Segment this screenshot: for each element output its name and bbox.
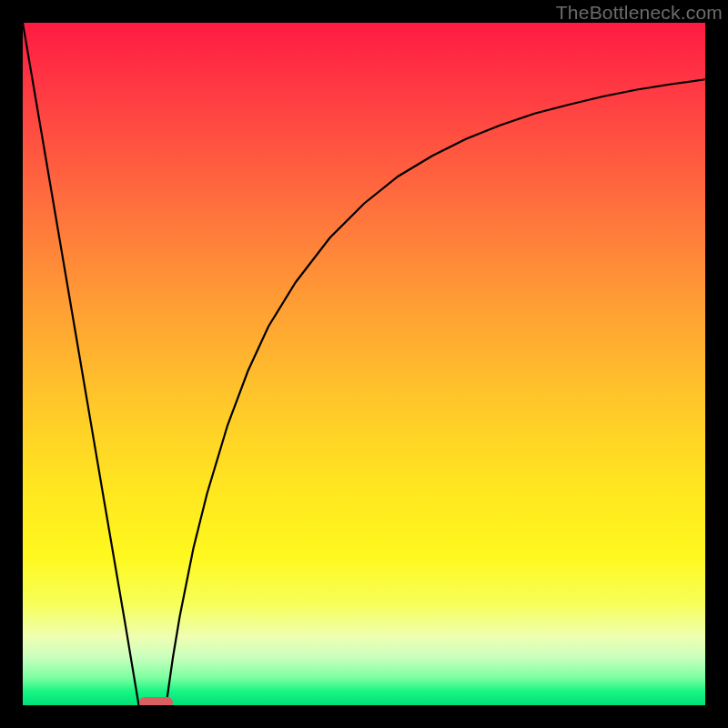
- plot-area: [23, 23, 705, 705]
- baseline-marker: [139, 697, 174, 705]
- chart-frame: TheBottleneck.com: [0, 0, 728, 728]
- series-curve-ascent: [167, 79, 706, 705]
- curve-layer: [23, 23, 705, 705]
- series-linear-descent: [23, 23, 139, 705]
- watermark-text: TheBottleneck.com: [556, 2, 723, 24]
